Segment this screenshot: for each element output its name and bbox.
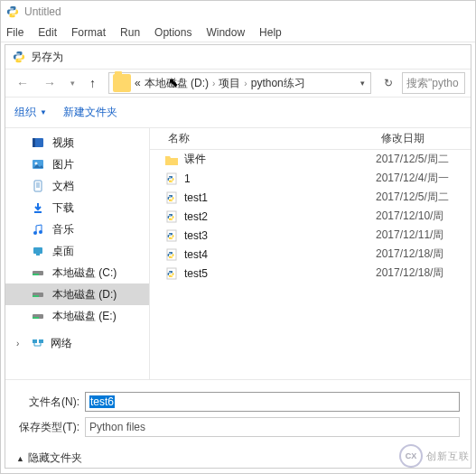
caret-down-icon: ▼ [40,108,47,116]
expand-caret-icon[interactable]: ▲ [16,454,24,463]
dialog-body: 视频 图片 文档 下载 音乐 桌面 [5,128,471,379]
watermark-text: 创新互联 [426,450,470,463]
music-icon [31,222,45,237]
file-date: 2017/12/5/周二 [376,152,449,167]
column-headers: 名称 修改日期 [150,128,471,150]
app-title: Untitled [24,5,61,18]
sidebar-group-network[interactable]: › 网络 [5,332,149,354]
folder-icon [164,153,179,167]
sidebar-item-video[interactable]: 视频 [5,132,149,153]
python-app-icon [6,5,19,18]
filename-input[interactable]: test6 [85,392,460,412]
svg-rect-13 [36,254,40,256]
documents-icon [31,179,45,193]
drive-icon [31,309,45,323]
sidebar-item-pictures[interactable]: 图片 [5,153,149,175]
nav-recent-dropdown-icon[interactable]: ▾ [65,79,80,88]
python-file-icon [164,191,179,205]
file-row[interactable]: test22017/12/10/周 [150,207,471,226]
nav-forward-icon: → [38,76,61,90]
file-name: test1 [184,191,376,204]
svg-rect-4 [34,181,42,191]
sidebar-item-downloads[interactable]: 下载 [5,197,149,218]
new-folder-button[interactable]: 新建文件夹 [63,105,117,120]
breadcrumb: 本地磁盘 (D:) ⬉ › 项目 › python练习 [141,76,309,91]
file-date: 2017/12/18/周 [376,265,443,281]
sidebar: 视频 图片 文档 下载 音乐 桌面 [5,128,150,379]
breadcrumb-item[interactable]: 本地磁盘 (D:) [145,76,209,91]
breadcrumb-item[interactable]: python练习 [251,76,305,91]
save-as-dialog: 另存为 ← → ▾ ↑ « 本地磁盘 (D:) ⬉ › 项目 › python练… [5,44,471,469]
svg-rect-17 [33,295,39,297]
file-date: 2017/12/4/周一 [376,171,449,186]
breadcrumb-item[interactable]: 项目 [219,76,240,91]
downloads-icon [31,200,45,215]
filetype-select[interactable]: Python files [85,417,460,437]
file-row[interactable]: test42017/12/18/周 [150,245,471,264]
file-date: 2017/12/10/周 [376,209,443,224]
hide-folders-link[interactable]: 隐藏文件夹 [28,451,82,466]
bottom-form: 文件名(N): test6 保存类型(T): Python files [5,379,471,445]
menu-format[interactable]: Format [71,26,106,39]
file-list-pane: 名称 修改日期 课件2017/12/5/周二12017/12/4/周一test1… [150,128,471,379]
sidebar-item-drive-d[interactable]: 本地磁盘 (D:) [5,283,149,305]
organize-button[interactable]: 组织 ▼ [14,105,47,120]
svg-rect-20 [33,339,37,343]
sidebar-item-desktop[interactable]: 桌面 [5,240,149,262]
address-bar[interactable]: « 本地磁盘 (D:) ⬉ › 项目 › python练习 ▾ [108,72,371,94]
python-icon [13,51,25,63]
column-header-date[interactable]: 修改日期 [376,131,471,146]
video-icon [31,135,45,150]
svg-point-10 [39,230,42,234]
filetype-label: 保存类型(T): [16,420,79,435]
column-header-name[interactable]: 名称 [150,131,376,146]
nav-back-icon[interactable]: ← [11,76,34,90]
breadcrumb-overflow[interactable]: « [135,77,141,89]
file-row[interactable]: test32017/12/11/周 [150,226,471,245]
file-list: 课件2017/12/5/周二12017/12/4/周一test12017/12/… [150,150,471,379]
file-name: 课件 [184,152,376,167]
file-name: test5 [184,267,376,280]
refresh-icon[interactable]: ↻ [378,77,398,89]
python-file-icon [164,209,179,224]
address-dropdown-icon[interactable]: ▾ [355,79,370,88]
file-row[interactable]: 课件2017/12/5/周二 [150,150,471,169]
file-row[interactable]: 12017/12/4/周一 [150,169,471,188]
chevron-right-icon: › [16,339,25,349]
chevron-right-icon: › [212,79,215,88]
svg-rect-12 [33,247,42,254]
desktop-icon [31,244,45,258]
app-titlebar: Untitled [1,1,475,23]
nav-bar: ← → ▾ ↑ « 本地磁盘 (D:) ⬉ › 项目 › python练习 ▾ … [5,69,471,98]
nav-up-icon[interactable]: ↑ [84,76,101,90]
toolbar: 组织 ▼ 新建文件夹 [5,98,471,128]
menu-file[interactable]: File [6,26,23,39]
chevron-right-icon: › [244,79,247,88]
search-placeholder: 搜索"pytho [406,76,459,91]
watermark-badge: CX [399,444,423,468]
svg-rect-19 [33,317,39,319]
search-input[interactable]: 搜索"pytho [402,72,465,94]
folder-icon [113,74,131,92]
svg-rect-15 [33,274,39,275]
sidebar-item-drive-e[interactable]: 本地磁盘 (E:) [5,305,149,327]
sidebar-item-documents[interactable]: 文档 [5,175,149,197]
menu-edit[interactable]: Edit [38,26,57,39]
python-file-icon [164,228,179,243]
file-row[interactable]: test52017/12/18/周 [150,264,471,283]
drive-icon [31,265,45,280]
dialog-titlebar: 另存为 [5,45,471,69]
file-date: 2017/12/5/周二 [376,190,449,205]
network-icon [31,336,45,350]
menu-help[interactable]: Help [259,26,282,39]
menubar: File Edit Format Run Options Window Help [1,23,475,42]
menu-options[interactable]: Options [154,26,191,39]
filename-label: 文件名(N): [16,395,79,410]
menu-run[interactable]: Run [120,26,140,39]
file-name: test4 [184,248,376,261]
menu-window[interactable]: Window [206,26,245,39]
sidebar-item-drive-c[interactable]: 本地磁盘 (C:) [5,262,149,283]
file-name: test3 [184,229,376,242]
file-row[interactable]: test12017/12/5/周二 [150,188,471,207]
sidebar-item-music[interactable]: 音乐 [5,218,149,240]
